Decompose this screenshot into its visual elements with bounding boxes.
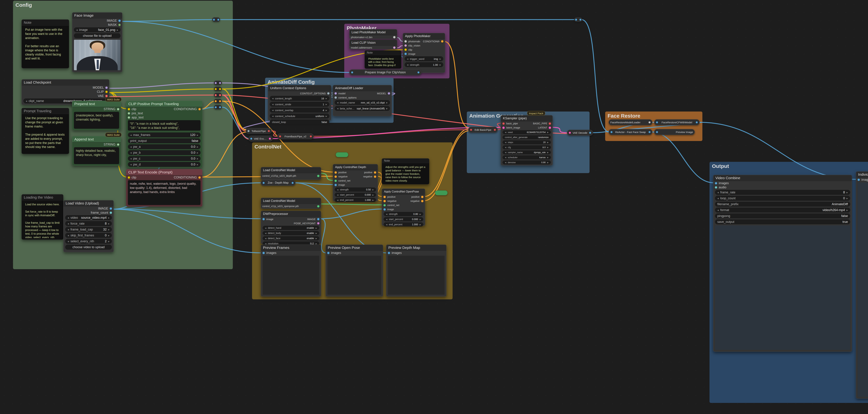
output-port-control-net[interactable] (317, 175, 319, 177)
note-text[interactable]: Load the source video here. Set force_ra… (24, 201, 61, 238)
reroute-image-top-1[interactable] (212, 18, 220, 22)
node-header[interactable]: Preview Open Pose (326, 245, 383, 251)
output-port-basic-pipe[interactable] (268, 130, 270, 132)
input-port-latent-image[interactable] (502, 127, 505, 129)
widget-trigger-word[interactable]: trigger_wordimg (405, 56, 443, 61)
widget-end-percent[interactable]: end_percent1.000 (335, 198, 376, 202)
note-node-face[interactable]: Note Put an image here with the face you… (22, 20, 69, 68)
output-port-facerestore-model[interactable] (648, 121, 651, 124)
node-header[interactable]: Load Video (Upload) (64, 200, 114, 206)
node-load-photomaker-model[interactable]: Load PhotoMaker Model photomaker-v1.bin (349, 29, 397, 39)
node-header[interactable]: Append text (72, 136, 121, 142)
input-port-basic-pipe[interactable] (470, 129, 472, 131)
node-append-text[interactable]: Append text STRING highly detailed face,… (72, 136, 121, 166)
node-load-video[interactable]: Load Video (Upload) IMAGE frame_count vi… (63, 200, 114, 252)
widget-controlnet-name[interactable]: control_v11p_sd15_openpose.pth (262, 205, 299, 208)
widget-context-stride[interactable]: context_stride1 (270, 102, 329, 107)
output-port-pose-keypoint[interactable] (317, 222, 319, 225)
input-port-images[interactable] (858, 178, 860, 181)
input-port-app-text[interactable] (128, 116, 130, 119)
reroute-model[interactable] (214, 81, 222, 85)
widget-filename-prefix[interactable]: filename_prefixAnimateDiff (715, 202, 850, 207)
node-header[interactable]: DWPreprocessor (261, 211, 321, 217)
output-port[interactable] (219, 82, 221, 84)
node-header[interactable]: Loading the Video (22, 195, 63, 201)
widget-image-name[interactable]: imageface_01.png (74, 27, 121, 32)
node-header[interactable]: AnimateDiff Loader (333, 85, 392, 91)
node-header[interactable]: Load PhotoMaker Model (349, 29, 397, 35)
text-widget[interactable]: highly detailed face, realistic, sharp f… (74, 147, 119, 164)
output-port-control-net[interactable] (317, 205, 319, 208)
widget-steps[interactable]: steps20 (503, 140, 551, 144)
input-port-clip[interactable] (404, 48, 407, 51)
output-port-clip-vision[interactable] (393, 46, 396, 49)
output-port-positive[interactable] (374, 171, 376, 174)
node-header[interactable]: Apply ControlNet OpenPose (382, 189, 425, 195)
note-node-loading-video[interactable]: Loading the Video Load the source video … (22, 194, 63, 240)
input-port-image[interactable] (351, 71, 353, 73)
output-port-basic-pipe[interactable] (494, 129, 496, 131)
input-port-basic-pipe[interactable] (279, 135, 281, 138)
node-header[interactable]: Load ControlNet Model (261, 198, 321, 204)
widget-start-percent[interactable]: start_percent0.000 (384, 217, 423, 221)
widget-cfg[interactable]: cfg8.0 (503, 145, 551, 149)
widget-label[interactable]: model.safetensors (351, 46, 372, 49)
note-node-controlnet[interactable]: Note Adjust the strengths until you get … (382, 158, 429, 184)
input-port[interactable] (247, 130, 250, 132)
widget-detect-face[interactable]: detect_faceenable (262, 236, 319, 240)
node-clip-prompt-traveling[interactable]: CLIP Positive Prompt Traveling clipCONDI… (126, 101, 203, 168)
widget-end-percent[interactable]: end_percent1.000 (384, 222, 423, 227)
widget-print-output[interactable]: print_outputfalse (128, 138, 200, 143)
input-port[interactable] (215, 94, 217, 96)
widget-context-overlap[interactable]: context_overlap4 (270, 108, 329, 112)
widget-closed-loop[interactable]: closed_loopfalse (270, 119, 329, 124)
widget-detect-body[interactable]: detect_bodyenable (262, 231, 319, 235)
note-text[interactable]: Use the prompt traveling to change the p… (24, 115, 67, 152)
output-port-negative[interactable] (421, 200, 424, 202)
input-port-pre-text[interactable] (128, 112, 130, 115)
node-load-clip-vision[interactable]: Load CLIP Vision model.safetensors (349, 39, 397, 49)
input-port-context-options[interactable] (334, 96, 337, 99)
input-port-image[interactable] (404, 53, 407, 55)
node-prepend-text[interactable]: Prepend text STRING (masterpiece, best q… (72, 101, 121, 130)
node-prepare-image-for-clipvision[interactable]: Prepare Image For ClipVision (349, 69, 421, 75)
output-port-image[interactable] (695, 121, 698, 124)
output-port-positive[interactable] (421, 196, 424, 198)
input-port-basic-pipe[interactable] (502, 122, 505, 125)
node-animatediff-loader[interactable]: AnimateDiff Loader modelMODEL context_op… (333, 85, 392, 116)
node-individual-frames[interactable]: Individual Frames images (856, 171, 868, 399)
node-face-image[interactable]: Face Image IMAGE MASK imageface_01.png c… (72, 12, 122, 72)
node-header[interactable]: Note (22, 20, 69, 26)
reroute-image[interactable] (214, 105, 222, 109)
node-header[interactable]: Note (365, 50, 401, 55)
input-port-positive[interactable] (334, 171, 337, 174)
input-port[interactable] (215, 100, 217, 102)
node-preview-open-pose[interactable]: Preview Open Pose images (326, 245, 383, 297)
output-port-image[interactable] (648, 131, 651, 133)
output-port-basic-pipe[interactable] (310, 135, 312, 138)
node-header[interactable]: Preview Frames (261, 245, 321, 251)
node-preview-depth-map[interactable]: Preview Depth Map images (386, 245, 446, 297)
output-port-string[interactable] (117, 143, 119, 146)
widget-frame-rate[interactable]: frame_rate8 (715, 190, 850, 195)
upload-button[interactable]: choose file to upload (74, 33, 121, 38)
widget-save-output[interactable]: save_outputtrue (715, 219, 850, 224)
output-port-image[interactable] (118, 20, 121, 22)
node-edit-basicpipe[interactable]: Edit BasicPipe (468, 127, 498, 133)
widget-force-rate[interactable]: force_rate8 (65, 221, 112, 226)
output-port-latent[interactable] (269, 138, 271, 140)
output-port[interactable] (219, 106, 221, 108)
node-header[interactable]: Note (382, 159, 429, 163)
widget-controlnet-name[interactable]: control_v11f1p_sd15_depth.pth (262, 174, 296, 177)
widget-detect-hand[interactable]: detect_handenable (262, 226, 319, 230)
note-text[interactable]: PhotoMaker works best with a clear, fron… (367, 56, 399, 67)
node-header[interactable]: Prompt Traveling (22, 108, 69, 114)
node-header[interactable]: KSampler (pipe) (501, 115, 553, 122)
widget-format[interactable]: formatvideo/h264-mp4 (715, 208, 850, 212)
input-port-clip[interactable] (128, 176, 130, 179)
node-header[interactable]: Load ControlNet Model (261, 167, 321, 173)
input-port-images[interactable] (388, 252, 390, 254)
collapsed-node-green[interactable] (336, 152, 348, 157)
widget-strength[interactable]: strength0.50 (335, 187, 376, 192)
input-port-clip-vision[interactable] (404, 44, 407, 47)
